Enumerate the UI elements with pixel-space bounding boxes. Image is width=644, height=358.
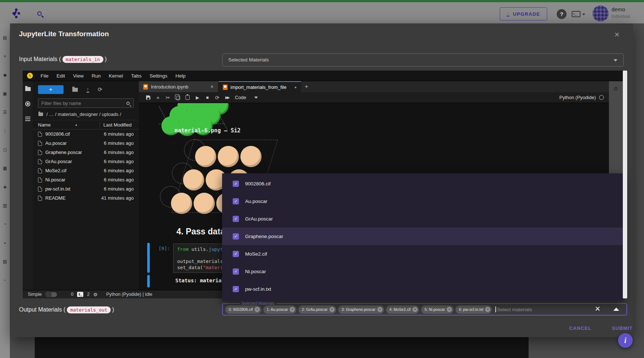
cell-type-select[interactable]: Code [235, 95, 246, 100]
info-fab-button[interactable]: i [618, 333, 633, 348]
chip-remove-icon[interactable] [447, 307, 452, 312]
cell-indicator[interactable] [147, 275, 150, 287]
menu-item[interactable]: Help [171, 73, 190, 79]
menu-item[interactable]: View [69, 73, 88, 79]
upload-icon[interactable]: ↑ [87, 87, 89, 93]
menu-item[interactable]: File [37, 73, 53, 79]
menu-item[interactable]: Settings [145, 73, 171, 79]
tab-close-icon[interactable]: ✕ [210, 84, 214, 89]
save-icon[interactable] [143, 95, 153, 100]
cell-indicator[interactable] [147, 243, 150, 273]
restart-icon[interactable]: ⟳ [212, 95, 222, 101]
search-icon[interactable] [37, 11, 42, 16]
home-folder-icon[interactable] [38, 113, 43, 116]
cancel-button[interactable]: CANCEL [566, 323, 594, 333]
file-row[interactable]: Graphene.poscar 6 minutes ago [33, 148, 139, 157]
copy-icon[interactable] [173, 95, 183, 100]
column-last-modified[interactable]: Last Modified [103, 122, 132, 128]
tab-import-materials[interactable]: import_materials_from_file ● [218, 81, 301, 92]
material-option[interactable]: Ni.poscar [222, 263, 624, 280]
materials-select-input[interactable]: Select materials [497, 307, 532, 312]
checkbox-checked-icon[interactable] [233, 198, 239, 204]
file-browser-icon[interactable] [25, 87, 31, 91]
material-chip[interactable]: 0: 9002806.cif [225, 305, 261, 314]
terminal-icon: $_ [77, 292, 83, 297]
app-logo-icon[interactable] [12, 12, 15, 15]
console-menu-icon[interactable]: >_ [572, 11, 580, 17]
material-chip[interactable]: 3: Graphene.poscar [338, 305, 384, 314]
running-sessions-icon[interactable] [25, 101, 30, 106]
material-chip[interactable]: 2: GrAu.poscar [298, 305, 336, 314]
material-chip[interactable]: 1: Au.poscar [263, 305, 296, 314]
breadcrumb[interactable]: / … / materials_designer / uploads / [33, 109, 139, 119]
paste-icon[interactable] [183, 95, 193, 100]
checkbox-checked-icon[interactable] [233, 251, 239, 257]
material-option[interactable]: MoSe2.cif [222, 245, 624, 263]
add-cell-icon[interactable]: + [153, 94, 163, 101]
file-row[interactable]: pw-scf.in.txt 6 minutes ago [33, 184, 139, 193]
chip-remove-icon[interactable] [412, 307, 418, 312]
material-chip[interactable]: 4: MoSe2.cif [386, 305, 419, 314]
menu-item[interactable]: Run [88, 73, 105, 79]
help-button[interactable]: ? [557, 9, 567, 19]
checkbox-checked-icon[interactable] [233, 233, 239, 240]
checkbox-checked-icon[interactable] [233, 268, 239, 275]
checkbox-checked-icon[interactable] [233, 181, 239, 187]
column-name[interactable]: Name [33, 122, 51, 128]
jupyterlite-transformation-dialog: JupyterLite Transformation ✕ Input Mater… [11, 23, 633, 337]
table-of-contents-icon[interactable] [25, 117, 30, 117]
simple-mode-toggle[interactable] [45, 292, 57, 297]
chip-remove-icon[interactable] [377, 307, 382, 312]
cut-icon[interactable]: ✂ [163, 95, 173, 101]
dialog-title: JupyterLite Transformation [19, 30, 109, 38]
collapse-caret-icon[interactable] [613, 308, 619, 311]
material-option[interactable]: GrAu.poscar [222, 210, 624, 227]
new-tab-button[interactable]: + [301, 81, 312, 92]
terminals-count: 0 [71, 292, 73, 297]
menu-item[interactable]: Tabs [127, 73, 146, 79]
avatar[interactable] [592, 5, 609, 22]
jupyterlite-logo-icon: ϟ [27, 73, 33, 79]
close-icon[interactable]: ✕ [611, 29, 622, 40]
file-row[interactable]: Ni.poscar 6 minutes ago [33, 175, 139, 184]
selected-materials-multiselect[interactable]: Selected Materials 0: 9002806.cif 1: Au.… [222, 303, 627, 316]
refresh-icon[interactable]: ⟳ [98, 86, 103, 93]
file-row[interactable]: MoSe2.cif 6 minutes ago [33, 166, 139, 175]
chip-remove-icon[interactable] [485, 307, 490, 312]
submit-button[interactable]: SUBMIT [609, 323, 636, 333]
chip-remove-icon[interactable] [255, 307, 260, 312]
material-option[interactable]: 9002806.cif [222, 175, 624, 192]
filter-files-input[interactable] [38, 101, 126, 106]
clear-all-icon[interactable]: ✕ [593, 305, 602, 313]
stop-icon[interactable]: ■ [202, 95, 212, 100]
checkbox-checked-icon[interactable] [233, 216, 239, 222]
checkbox-checked-icon[interactable] [233, 286, 239, 292]
kernel-name[interactable]: Python (Pyodide) [559, 95, 596, 100]
material-option[interactable]: Graphene.poscar [222, 227, 624, 245]
run-icon[interactable]: ▶ [193, 95, 202, 100]
file-row[interactable]: README 41 minutes ago [33, 193, 139, 203]
menu-item[interactable]: Kernel [105, 73, 127, 79]
file-row[interactable]: GrAu.poscar 6 minutes ago [33, 157, 139, 166]
material-chip[interactable]: 6: pw-scf.in.txt [456, 305, 492, 314]
material-chip[interactable]: 5: Ni.poscar [421, 305, 453, 314]
new-folder-icon[interactable] [72, 88, 78, 92]
material-option[interactable]: pw-scf.in.txt [222, 280, 624, 298]
user-name: demo [611, 6, 625, 12]
file-row[interactable]: 9002806.cif 6 minutes ago [33, 129, 139, 139]
cell-output: Status: materials [175, 278, 228, 283]
selected-materials-select[interactable]: Selected Materials [222, 53, 624, 67]
material-option[interactable]: Au.poscar [222, 192, 624, 210]
property-inspector-icon[interactable]: ⚙ [613, 86, 618, 92]
restart-run-all-icon[interactable]: ▶▶ [222, 95, 232, 99]
kernel-status-text[interactable]: Python (Pyodide) | Idle [106, 292, 152, 297]
chip-remove-icon[interactable] [329, 307, 335, 312]
execution-count: [9]: [159, 246, 170, 251]
file-row[interactable]: Au.poscar 6 minutes ago [33, 139, 139, 148]
menu-item[interactable]: Edit [53, 73, 69, 79]
scrollbar[interactable] [623, 71, 627, 298]
new-launcher-button[interactable]: + [38, 85, 64, 94]
chip-remove-icon[interactable] [290, 307, 295, 312]
tab-introduction[interactable]: Introduction.ipynb ✕ [139, 81, 218, 92]
upgrade-button[interactable]: ↑ UPGRADE [500, 7, 547, 20]
